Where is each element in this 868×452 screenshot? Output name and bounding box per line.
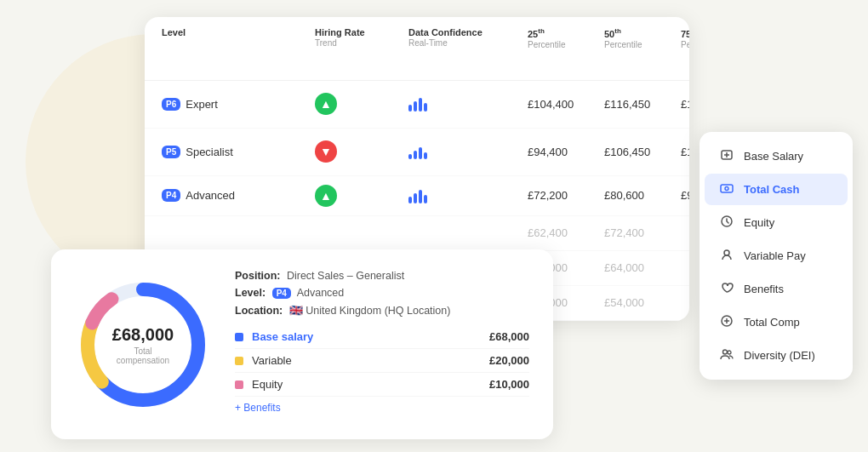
svg-point-4: [724, 250, 729, 255]
level-name: Expert: [186, 98, 218, 111]
donut-label: £68,000 Total compensation: [109, 324, 177, 364]
menu-item-variable-pay[interactable]: Variable Pay: [705, 240, 848, 272]
col-data-confidence: Data ConfidenceReal-Time: [408, 27, 528, 70]
menu-label: Total Comp: [744, 316, 800, 329]
benefits-icon: [718, 281, 735, 297]
variable-label: Variable: [252, 354, 489, 367]
equity-dot: [235, 380, 243, 389]
base-dot: [235, 333, 243, 341]
menu-item-diversity[interactable]: Diversity (DEI): [705, 340, 848, 371]
p50-partial: £54,000: [604, 296, 681, 309]
base-salary-icon: [718, 148, 735, 164]
total-cash-icon: [718, 181, 735, 197]
menu-item-equity[interactable]: Equity: [705, 207, 848, 238]
confidence-cell: [408, 96, 528, 112]
position-row: Position: Direct Sales – Generalist: [235, 270, 529, 282]
menu-card: Base Salary Total Cash Equity Variable P…: [700, 132, 853, 380]
col-p25: 25thPercentile: [528, 27, 604, 70]
bar-chart-icon: [408, 188, 528, 203]
variable-value: £20,000: [489, 354, 529, 367]
level-name: Advanced: [186, 189, 235, 202]
table-row: P6 Expert ▲ £104,400 £116,450 £126,450 £…: [145, 81, 689, 129]
table-row: P4 Advanced ▲ £72,200 £80,600 £90,600: [145, 176, 689, 216]
variable-pay-icon: [718, 248, 735, 264]
menu-item-benefits[interactable]: Benefits: [705, 273, 848, 305]
level-cell: P5 Specialist: [162, 146, 315, 158]
equity-icon: [718, 215, 735, 231]
p75-value: £90,600: [681, 189, 689, 202]
col-p75: 75thPercentile: [681, 27, 689, 70]
svg-point-6: [723, 350, 728, 354]
benefits-add[interactable]: + Benefits: [235, 402, 281, 414]
table-row-partial: £62,400 £72,400: [145, 216, 689, 251]
bar-chart-icon: [408, 96, 528, 112]
comp-row-variable: Variable £20,000: [235, 349, 529, 373]
comp-row-base: Base salary £68,000: [235, 325, 529, 349]
menu-item-base-salary[interactable]: Base Salary: [705, 140, 848, 172]
svg-point-7: [728, 351, 731, 354]
table-header: Level Hiring RateTrend Data ConfidenceRe…: [145, 17, 689, 81]
menu-label: Equity: [744, 216, 774, 229]
comp-row-benefits[interactable]: + Benefits: [235, 397, 529, 419]
menu-label: Diversity (DEI): [744, 349, 815, 362]
base-label: Base salary: [252, 330, 489, 343]
level-cell: P6 Expert: [162, 98, 315, 111]
level-badge: P4: [272, 288, 291, 299]
menu-label: Total Cash: [744, 183, 800, 196]
base-value: £68,000: [489, 330, 529, 343]
variable-dot: [235, 357, 243, 365]
p25-value: £104,400: [528, 98, 604, 111]
flag-icon: 🇬🇧: [289, 304, 303, 317]
diversity-icon: [718, 347, 735, 363]
confidence-cell: [408, 144, 528, 159]
menu-label: Variable Pay: [744, 249, 806, 262]
location-label: Location:: [235, 305, 283, 317]
comp-row-equity: Equity £10,000: [235, 373, 529, 397]
p50-value: £116,450: [604, 98, 681, 111]
svg-point-2: [725, 187, 728, 191]
location-value: United Kingdom (HQ Location): [306, 305, 450, 317]
p50-partial: £64,000: [604, 261, 681, 274]
location-row: Location: 🇬🇧 United Kingdom (HQ Location…: [235, 304, 529, 317]
confidence-cell: [408, 188, 528, 203]
p25-value: £94,400: [528, 146, 604, 158]
badge-p4: P4: [162, 189, 180, 202]
menu-label: Base Salary: [744, 150, 803, 163]
equity-value: £10,000: [489, 378, 529, 391]
menu-item-total-cash[interactable]: Total Cash: [705, 174, 848, 205]
trend-cell: ▲: [315, 185, 408, 207]
bar-chart-icon: [408, 144, 528, 159]
trend-cell: ▼: [315, 140, 408, 163]
p50-partial: £72,400: [604, 226, 681, 239]
trend-down-icon: ▼: [315, 140, 337, 163]
donut-chart: £68,000 Total compensation: [75, 277, 211, 413]
level-label: Level:: [235, 287, 266, 299]
donut-amount: £68,000: [109, 324, 177, 344]
menu-label: Benefits: [744, 283, 784, 295]
trend-up-icon: ▲: [315, 185, 337, 207]
detail-card: £68,000 Total compensation Position: Dir…: [51, 249, 553, 439]
position-value: Direct Sales – Generalist: [287, 270, 404, 282]
table-row: P5 Specialist ▼ £94,400 £106,450 £116,45…: [145, 129, 689, 176]
comp-table: Base salary £68,000 Variable £20,000 Equ…: [235, 325, 529, 419]
menu-item-total-comp[interactable]: Total Comp: [705, 306, 848, 338]
level-cell: P4 Advanced: [162, 189, 315, 202]
svg-rect-1: [721, 185, 733, 192]
p25-partial: £62,400: [528, 226, 604, 239]
badge-p5: P5: [162, 146, 180, 158]
level-value: Advanced: [297, 287, 345, 299]
level-row: Level: P4 Advanced: [235, 287, 529, 299]
p50-value: £80,600: [604, 189, 681, 202]
trend-cell: ▲: [315, 93, 408, 115]
p25-value: £72,200: [528, 189, 604, 202]
trend-up-icon: ▲: [315, 93, 337, 115]
badge-p6: P6: [162, 98, 180, 111]
p75-value: £116,450: [681, 146, 689, 158]
level-name: Specialist: [186, 146, 233, 158]
col-level: Level: [162, 27, 315, 70]
detail-info: Position: Direct Sales – Generalist Leve…: [235, 270, 529, 419]
p50-value: £106,450: [604, 146, 681, 158]
p75-value: £126,450: [681, 98, 689, 111]
total-comp-icon: [718, 314, 735, 330]
col-hiring-rate: Hiring RateTrend: [315, 27, 408, 70]
